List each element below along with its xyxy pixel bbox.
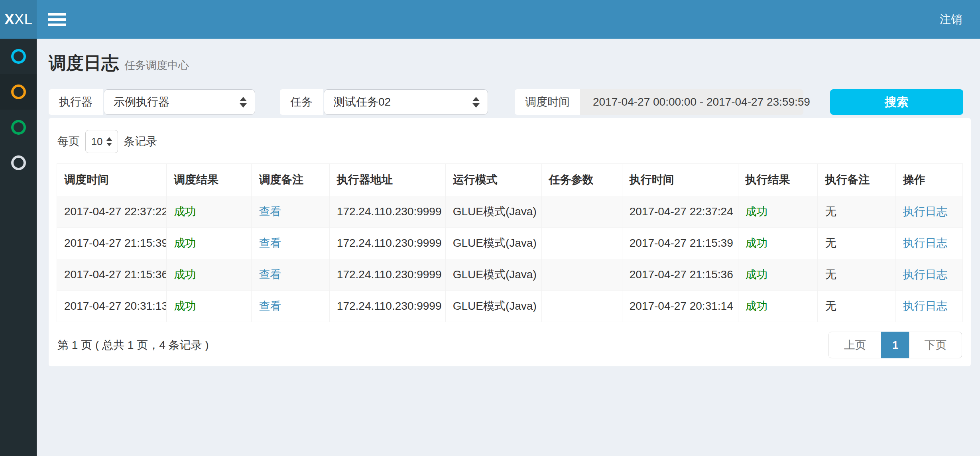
- page-header: 调度日志 任务调度中心: [49, 51, 971, 75]
- cell-trigger_time: 2017-04-27 21:15:39: [57, 228, 167, 259]
- circle-outline-icon: [11, 120, 26, 135]
- circle-outline-icon: [11, 155, 26, 170]
- cell-action: 执行日志: [895, 196, 962, 228]
- column-header-10: 操作: [895, 164, 962, 196]
- page-title: 调度日志: [49, 51, 119, 75]
- column-header-3: 调度备注: [252, 164, 329, 196]
- table-header: 调度时间调度结果调度备注执行器地址运行模式任务参数执行时间执行结果执行备注操作: [57, 164, 963, 196]
- executor-filter-group: 执行器 示例执行器: [49, 89, 255, 115]
- exec-log-link[interactable]: 执行日志: [903, 205, 948, 218]
- cell-handle_result: 成功: [738, 196, 818, 228]
- cell-action: 执行日志: [895, 228, 962, 259]
- filter-bar: 执行器 示例执行器 任务 测试任务02 调度时间 2017-04-27 00:0…: [49, 89, 971, 115]
- cell-trigger_msg: 查看: [252, 196, 329, 228]
- page-size-select[interactable]: 10: [85, 130, 118, 153]
- cell-trigger_time: 2017-04-27 21:15:36: [57, 259, 167, 291]
- cell-handle_time: 2017-04-27 21:15:36: [622, 259, 738, 291]
- pagination-row: 第 1 页 ( 总共 1 页，4 条记录 ) 上页 1 下页: [57, 332, 963, 358]
- cell-param: [541, 259, 622, 291]
- column-header-7: 执行时间: [622, 164, 738, 196]
- logout-link[interactable]: 注销: [936, 1, 966, 38]
- cell-handle_result: 成功: [738, 291, 818, 322]
- top-navbar: XXL 注销: [0, 0, 980, 39]
- navbar-main: 注销: [37, 0, 980, 39]
- cell-handle_msg: 无: [818, 291, 895, 322]
- cell-glue_type: GLUE模式(Java): [445, 228, 541, 259]
- sidebar-item-3[interactable]: [0, 110, 37, 145]
- column-header-5: 运行模式: [445, 164, 541, 196]
- job-filter-label: 任务: [280, 89, 323, 115]
- logo-text-light: XL: [14, 11, 32, 28]
- executor-select-value: 示例执行器: [114, 94, 232, 110]
- exec-log-link[interactable]: 执行日志: [903, 268, 948, 281]
- page-size-prefix-label: 每页: [57, 134, 80, 149]
- cell-param: [541, 228, 622, 259]
- sidebar-item-4[interactable]: [0, 145, 37, 181]
- view-trigger-msg-link[interactable]: 查看: [259, 300, 281, 312]
- cell-trigger_time: 2017-04-27 20:31:13: [57, 291, 167, 322]
- cell-executor_address: 172.24.110.230:9999: [329, 259, 445, 291]
- view-trigger-msg-link[interactable]: 查看: [259, 268, 281, 281]
- select-arrows-icon: [240, 97, 247, 108]
- sidebar-item-1[interactable]: [0, 39, 37, 74]
- cell-handle_result: 成功: [738, 228, 818, 259]
- cell-handle_msg: 无: [818, 196, 895, 228]
- app-root: XXL 注销 调度日志 任务调度中心 执行器 示例执行器: [0, 0, 980, 456]
- cell-trigger_result: 成功: [166, 228, 252, 259]
- select-arrows-icon: [106, 137, 112, 146]
- column-header-6: 任务参数: [541, 164, 622, 196]
- page-size-suffix-label: 条记录: [124, 134, 157, 149]
- executor-select[interactable]: 示例执行器: [104, 89, 255, 115]
- cell-param: [541, 196, 622, 228]
- cell-trigger_result: 成功: [166, 196, 252, 228]
- table-row: 2017-04-27 21:15:36成功查看172.24.110.230:99…: [57, 259, 963, 291]
- column-header-9: 执行备注: [818, 164, 895, 196]
- table-row: 2017-04-27 21:15:39成功查看172.24.110.230:99…: [57, 228, 963, 259]
- table-row: 2017-04-27 22:37:22成功查看172.24.110.230:99…: [57, 196, 963, 228]
- cell-handle_result: 成功: [738, 259, 818, 291]
- column-header-2: 调度结果: [166, 164, 252, 196]
- cell-executor_address: 172.24.110.230:9999: [329, 291, 445, 322]
- select-arrows-icon: [472, 97, 480, 108]
- cell-glue_type: GLUE模式(Java): [445, 196, 541, 228]
- cell-glue_type: GLUE模式(Java): [445, 291, 541, 322]
- hamburger-icon[interactable]: [48, 9, 66, 30]
- pager: 上页 1 下页: [828, 332, 962, 358]
- exec-log-link[interactable]: 执行日志: [903, 300, 948, 312]
- sidebar: [0, 39, 37, 456]
- sidebar-item-2[interactable]: [0, 74, 37, 110]
- cell-param: [541, 291, 622, 322]
- dispatch-log-table: 调度时间调度结果调度备注执行器地址运行模式任务参数执行时间执行结果执行备注操作 …: [57, 163, 963, 322]
- column-header-4: 执行器地址: [329, 164, 445, 196]
- cell-handle_msg: 无: [818, 228, 895, 259]
- page-subtitle: 任务调度中心: [124, 58, 189, 73]
- cell-executor_address: 172.24.110.230:9999: [329, 228, 445, 259]
- pagination-info: 第 1 页 ( 总共 1 页，4 条记录 ): [57, 338, 209, 353]
- next-page-button[interactable]: 下页: [909, 332, 962, 358]
- cell-trigger_msg: 查看: [252, 291, 329, 322]
- cell-action: 执行日志: [895, 291, 962, 322]
- exec-log-link[interactable]: 执行日志: [903, 237, 948, 249]
- cell-trigger_result: 成功: [166, 291, 252, 322]
- executor-filter-label: 执行器: [49, 89, 103, 115]
- page-size-value: 10: [91, 136, 103, 148]
- search-button[interactable]: 搜索: [830, 89, 963, 115]
- view-trigger-msg-link[interactable]: 查看: [259, 237, 281, 249]
- job-select[interactable]: 测试任务02: [324, 89, 488, 115]
- cell-handle_time: 2017-04-27 21:15:39: [622, 228, 738, 259]
- job-filter-group: 任务 测试任务02: [280, 89, 488, 115]
- trigger-time-range-input[interactable]: 2017-04-27 00:00:00 - 2017-04-27 23:59:5…: [580, 89, 803, 115]
- page-number-button-current[interactable]: 1: [881, 332, 909, 358]
- trigger-time-filter-label: 调度时间: [515, 89, 580, 115]
- logo-text-bold: X: [4, 11, 14, 28]
- prev-page-button[interactable]: 上页: [828, 332, 882, 358]
- cell-handle_time: 2017-04-27 22:37:24: [622, 196, 738, 228]
- cell-trigger_time: 2017-04-27 22:37:22: [57, 196, 167, 228]
- circle-outline-icon: [11, 49, 26, 64]
- app-logo[interactable]: XXL: [0, 0, 37, 39]
- cell-handle_msg: 无: [818, 259, 895, 291]
- view-trigger-msg-link[interactable]: 查看: [259, 205, 281, 218]
- cell-trigger_msg: 查看: [252, 259, 329, 291]
- cell-handle_time: 2017-04-27 20:31:14: [622, 291, 738, 322]
- trigger-time-filter-group: 调度时间 2017-04-27 00:00:00 - 2017-04-27 23…: [515, 89, 803, 115]
